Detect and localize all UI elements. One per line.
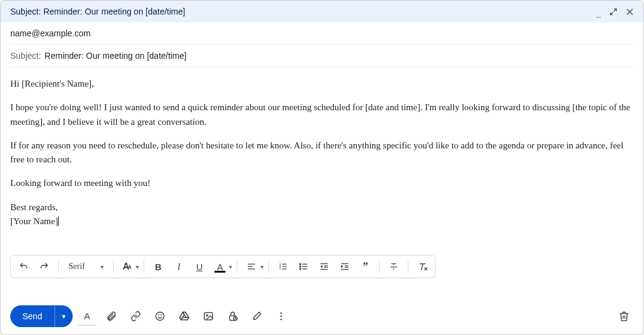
svg-point-12 [300, 264, 301, 265]
close-icon[interactable] [626, 8, 634, 16]
window-title: Subject: Reminder: Our meeting on [date/… [10, 7, 185, 16]
svg-point-32 [280, 312, 282, 314]
italic-icon[interactable]: I [170, 257, 188, 276]
underline-icon[interactable]: U [190, 257, 208, 276]
insert-emoji-icon[interactable] [150, 307, 170, 326]
chevron-down-icon[interactable]: ▾ [229, 264, 232, 270]
body-greeting: Hi [Recipient's Name], [10, 77, 634, 91]
svg-point-13 [300, 266, 301, 267]
remove-formatting-icon[interactable] [413, 257, 431, 276]
svg-point-29 [206, 314, 207, 316]
bottom-bar: Send ▼ A [10, 305, 634, 327]
svg-point-34 [280, 319, 282, 320]
indent-less-icon[interactable] [315, 257, 333, 276]
subject-field[interactable]: Subject: Reminder: Our meeting on [date/… [10, 45, 634, 67]
text-color-icon[interactable]: A [211, 257, 229, 276]
body-paragraph-2: If for any reason you need to reschedule… [10, 139, 634, 167]
undo-icon[interactable] [15, 257, 33, 276]
svg-point-14 [300, 268, 301, 270]
insert-photo-icon[interactable] [199, 307, 218, 326]
font-name: Serif [68, 262, 85, 271]
more-options-icon[interactable] [271, 307, 291, 326]
confidential-mode-icon[interactable] [223, 307, 242, 326]
insert-signature-icon[interactable] [247, 307, 267, 326]
svg-marker-24 [341, 265, 343, 268]
numbered-list-icon[interactable]: 123 [274, 257, 292, 276]
svg-point-27 [161, 314, 162, 315]
send-button[interactable]: Send [10, 305, 55, 327]
bulleted-list-icon[interactable] [294, 257, 313, 276]
insert-drive-icon[interactable] [174, 307, 194, 326]
formatting-toolbar: Serif ▾ ▾ B I U A ▾ ▾ 123 ” [10, 255, 436, 278]
indent-more-icon[interactable] [336, 257, 354, 276]
body-signoff: Best regards, [10, 201, 634, 214]
svg-point-26 [158, 314, 159, 315]
formatting-options-icon[interactable]: A [78, 307, 97, 326]
to-field[interactable]: name@example.com [10, 22, 634, 45]
popout-icon[interactable] [609, 8, 617, 16]
window-controls: _ [596, 7, 634, 16]
header-fields: name@example.com Subject: Reminder: Our … [1, 22, 643, 67]
attach-file-icon[interactable] [102, 307, 121, 326]
font-size-icon[interactable] [119, 257, 136, 276]
send-group: Send ▼ [10, 305, 73, 327]
subject-label: Subject: [10, 51, 41, 61]
chevron-down-icon[interactable]: ▾ [136, 264, 139, 270]
chevron-down-icon: ▾ [101, 264, 104, 270]
svg-point-25 [156, 312, 164, 320]
svg-point-33 [280, 316, 282, 317]
strikethrough-icon[interactable] [385, 257, 403, 276]
body-paragraph-1: I hope you're doing well! I just wanted … [10, 101, 634, 129]
redo-icon[interactable] [35, 257, 53, 276]
recipient-email: name@example.com [10, 28, 91, 38]
insert-link-icon[interactable] [126, 307, 145, 326]
chevron-down-icon[interactable]: ▾ [261, 264, 264, 270]
send-options-button[interactable]: ▼ [55, 305, 73, 327]
align-icon[interactable] [242, 257, 261, 276]
minimize-icon[interactable]: _ [596, 8, 601, 18]
font-family-select[interactable]: Serif ▾ [64, 257, 108, 276]
quote-icon[interactable]: ” [356, 257, 374, 276]
discard-draft-icon[interactable] [614, 307, 634, 326]
subject-value: Reminder: Our meeting on [date/time] [45, 51, 187, 61]
body-name: [Your Name] [10, 214, 634, 228]
body-paragraph-3: Looking forward to meeting with you! [10, 176, 634, 190]
compose-titlebar: Subject: Reminder: Our meeting on [date/… [1, 1, 643, 22]
bold-icon[interactable]: B [149, 257, 167, 276]
svg-marker-19 [320, 265, 322, 268]
svg-text:3: 3 [279, 267, 281, 270]
email-body[interactable]: Hi [Recipient's Name], I hope you're doi… [1, 67, 643, 255]
